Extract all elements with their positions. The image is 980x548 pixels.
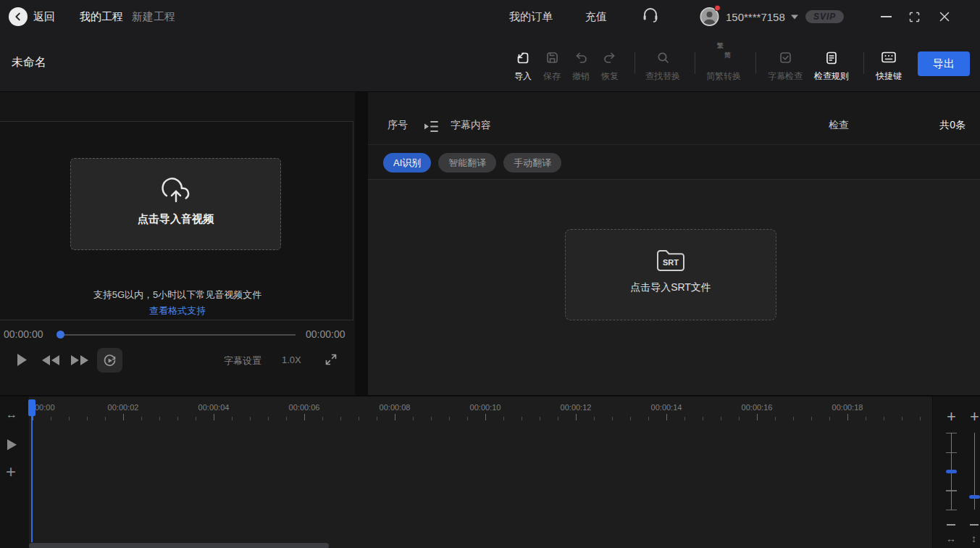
- toolbar-divider: [635, 52, 635, 74]
- hzoom-slider-handle[interactable]: [946, 470, 957, 473]
- ruler-tick: [684, 417, 685, 420]
- svip-badge[interactable]: SVIP: [805, 10, 844, 23]
- column-index-label: 序号: [388, 119, 408, 132]
- vzoom-slider-handle[interactable]: [969, 495, 980, 499]
- ruler-tick: [739, 417, 740, 420]
- keyboard-icon: [866, 51, 912, 67]
- rules-document-icon: [808, 51, 855, 67]
- current-time: 00:00:00: [4, 328, 43, 340]
- panel-divider: [368, 144, 980, 145]
- project-title: 未命名: [12, 55, 46, 70]
- ruler-tick: [503, 417, 504, 420]
- timeline-play-button[interactable]: [7, 439, 17, 454]
- rewind-button[interactable]: [41, 354, 60, 369]
- hzoom-plus-button[interactable]: +: [947, 408, 956, 425]
- maximize-button[interactable]: [903, 6, 925, 28]
- ruler-tick: [703, 417, 703, 420]
- subtitle-check-button[interactable]: 字幕检查: [762, 51, 808, 83]
- import-media-dropzone[interactable]: 点击导入音视频: [70, 158, 281, 250]
- nav-recharge[interactable]: 充值: [585, 10, 607, 24]
- ruler-tick: [576, 414, 577, 420]
- shortcuts-button[interactable]: 快捷键: [866, 51, 912, 83]
- loop-play-button[interactable]: [97, 348, 122, 373]
- vzoom-minus-button[interactable]: [970, 524, 979, 526]
- close-icon: [939, 12, 950, 22]
- ruler-tick: [829, 417, 830, 420]
- tab-ai-recognition[interactable]: AI识别: [383, 153, 431, 173]
- ruler-tick: [359, 417, 359, 420]
- ruler-tick: [232, 417, 233, 420]
- import-srt-dropzone[interactable]: SRT 点击导入SRT文件: [565, 229, 776, 320]
- fast-forward-button[interactable]: [70, 354, 89, 369]
- export-button[interactable]: 导出: [918, 51, 970, 76]
- redo-icon: [587, 51, 633, 67]
- ruler-tick: [395, 414, 395, 420]
- ruler-label: 00:00: [35, 403, 55, 412]
- ruler-tick: [558, 417, 558, 420]
- find-replace-button[interactable]: 查找替换: [640, 51, 686, 83]
- play-button[interactable]: [16, 353, 28, 370]
- back-button[interactable]: 返回: [9, 7, 55, 26]
- vzoom-plus-button[interactable]: +: [970, 408, 979, 425]
- chevron-down-icon: [791, 14, 798, 19]
- hzoom-minus-button[interactable]: [947, 524, 955, 526]
- total-time: 00:00:00: [306, 328, 345, 340]
- seek-thumb[interactable]: [56, 331, 64, 339]
- nav-new-project[interactable]: 新建工程: [132, 10, 175, 24]
- minimize-icon: [881, 16, 892, 17]
- account-number: 150****7158: [726, 11, 785, 23]
- playlist-icon[interactable]: [424, 120, 439, 135]
- import-srt-label: 点击导入SRT文件: [566, 281, 776, 294]
- ruler-tick: [286, 417, 287, 420]
- ruler-tick: [467, 417, 468, 420]
- toolbar-divider: [695, 52, 695, 74]
- subtitle-check-icon: [762, 51, 808, 67]
- minimize-button[interactable]: [875, 6, 897, 28]
- video-preview-area: 点击导入音视频 支持5G以内，5小时以下常见音视频文件 查看格式支持: [0, 121, 353, 320]
- nav-my-projects[interactable]: 我的工程: [80, 10, 123, 24]
- tab-manual-translate[interactable]: 手动翻译: [503, 153, 561, 173]
- subtitle-list-area: SRT 点击导入SRT文件: [368, 180, 980, 395]
- ruler-tick: [51, 417, 51, 420]
- vzoom-arrows-icon: ↕: [971, 533, 976, 544]
- speed-button[interactable]: 1.0X: [282, 354, 301, 365]
- account-dropdown[interactable]: 150****7158: [726, 11, 798, 23]
- toolbar: 未命名 导入 保存 撤销 恢复: [0, 33, 980, 92]
- ruler-tick: [847, 414, 848, 420]
- jianfan-convert-button[interactable]: 简繁 简繁转换: [700, 51, 747, 83]
- ruler-label: 00:00:06: [289, 403, 320, 412]
- ruler-label: 00:00:02: [108, 403, 139, 412]
- seek-track[interactable]: [60, 334, 296, 336]
- add-subtitle-button[interactable]: +: [6, 463, 16, 481]
- nav-my-orders[interactable]: 我的订单: [509, 10, 553, 24]
- timeline-scrollbar[interactable]: [29, 543, 329, 548]
- redo-button[interactable]: 恢复: [587, 51, 633, 83]
- headset-icon[interactable]: [642, 7, 659, 26]
- format-support-link[interactable]: 查看格式支持: [0, 304, 355, 317]
- ruler-label: 00:00:04: [198, 403, 230, 412]
- playhead-handle[interactable]: [28, 399, 35, 416]
- close-button[interactable]: [934, 6, 955, 28]
- ruler-tick: [811, 417, 812, 420]
- column-content-label: 字幕内容: [451, 119, 491, 132]
- avatar[interactable]: [700, 7, 719, 27]
- ruler-tick: [123, 414, 124, 420]
- ruler-tick: [449, 417, 450, 420]
- cloud-upload-icon: [71, 178, 280, 207]
- ruler-tick: [340, 417, 341, 420]
- timeline-zoom-controls: + ↔ + ↕: [932, 397, 980, 548]
- check-button[interactable]: 检查: [829, 119, 849, 132]
- maximize-icon: [909, 12, 920, 22]
- timeline-ruler[interactable]: 00:0000:00:0200:00:0400:00:0600:00:0800:…: [0, 397, 932, 424]
- ruler-label: 00:00:16: [742, 403, 773, 412]
- back-icon: [9, 7, 28, 26]
- ruler-tick: [648, 417, 649, 420]
- seek-row: 00:00:00 00:00:00: [0, 328, 355, 341]
- tab-smart-translate[interactable]: 智能翻译: [438, 153, 496, 173]
- fullscreen-icon[interactable]: [324, 353, 338, 369]
- ruler-tick: [69, 417, 70, 420]
- ruler-tick: [413, 417, 414, 420]
- check-rules-button[interactable]: 检查规则: [808, 51, 855, 83]
- ruler-tick: [540, 417, 540, 420]
- subtitle-settings-button[interactable]: 字幕设置: [224, 354, 261, 368]
